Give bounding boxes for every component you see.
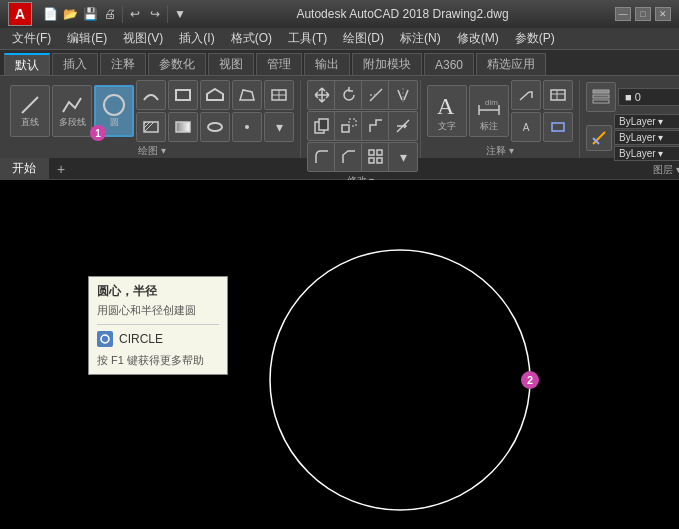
modify-more-button[interactable]: ▾ xyxy=(388,142,418,172)
titlebar: A 📄 📂 💾 🖨 ↩ ↪ ▼ Autodesk AutoCAD 2018 Dr… xyxy=(0,0,679,28)
svg-rect-19 xyxy=(349,119,356,126)
separator xyxy=(122,5,123,23)
close-button[interactable]: ✕ xyxy=(655,7,671,21)
menu-view[interactable]: 视图(V) xyxy=(115,28,171,49)
menu-draw[interactable]: 绘图(D) xyxy=(335,28,392,49)
arc-icon xyxy=(142,88,160,102)
extend-icon xyxy=(394,117,412,135)
copy-button[interactable] xyxy=(307,111,337,141)
undo-button[interactable]: ↩ xyxy=(125,4,145,24)
region-button[interactable] xyxy=(232,80,262,110)
layer-properties-button[interactable] xyxy=(586,82,616,112)
tab-apps[interactable]: 精选应用 xyxy=(476,53,546,75)
svg-marker-2 xyxy=(207,89,223,100)
tab-annotation[interactable]: 注释 xyxy=(100,53,146,75)
dimension-button[interactable]: dim 标注 xyxy=(469,85,509,137)
mirror-button[interactable] xyxy=(388,80,418,110)
copy-icon xyxy=(313,117,331,135)
tab-manage[interactable]: 管理 xyxy=(256,53,302,75)
group-layer: ■ 0 ❄ ▾ ByLayer ▾ ByLayer ▾ ByLayer ▾ 💡 … xyxy=(580,80,679,158)
new-button[interactable]: 📄 xyxy=(40,4,60,24)
menu-edit[interactable]: 编辑(E) xyxy=(59,28,115,49)
tab-parametric[interactable]: 参数化 xyxy=(148,53,206,75)
stretch-button[interactable] xyxy=(361,111,391,141)
hatch-icon xyxy=(142,120,160,134)
menu-tools[interactable]: 工具(T) xyxy=(280,28,335,49)
layer-row2: ByLayer ▾ ByLayer ▾ ByLayer ▾ 💡 ☰ xyxy=(586,114,679,161)
menu-params[interactable]: 参数(P) xyxy=(507,28,563,49)
menu-modify[interactable]: 修改(M) xyxy=(449,28,507,49)
tab-add-button[interactable]: + xyxy=(49,159,73,179)
lineweight-dropdown[interactable]: ByLayer ▾ xyxy=(614,146,679,161)
table-ann-button[interactable] xyxy=(543,80,573,110)
group-draw: 直线 多段线 圆 1 xyxy=(4,80,301,158)
arc-button[interactable] xyxy=(136,80,166,110)
tab-view[interactable]: 视图 xyxy=(208,53,254,75)
tab-start[interactable]: 开始 xyxy=(0,158,49,180)
layer-dropdown[interactable]: ■ 0 xyxy=(618,88,679,106)
polygon-icon xyxy=(206,88,224,102)
linetype-dropdown[interactable]: ByLayer ▾ xyxy=(614,130,679,145)
drawing-area[interactable]: 2 圆心，半径 用圆心和半径创建圆 CIRCLE 按 F1 键获得更多帮助 xyxy=(0,180,679,529)
extend-button[interactable] xyxy=(388,111,418,141)
tab-addons[interactable]: 附加模块 xyxy=(352,53,422,75)
open-button[interactable]: 📂 xyxy=(60,4,80,24)
menu-file[interactable]: 文件(F) xyxy=(4,28,59,49)
match-icon xyxy=(590,129,608,147)
rectangle-button[interactable] xyxy=(168,80,198,110)
dropdown-arrow[interactable]: ▼ xyxy=(170,4,190,24)
tab-output[interactable]: 输出 xyxy=(304,53,350,75)
svg-rect-22 xyxy=(369,150,374,155)
move-button[interactable] xyxy=(307,80,337,110)
maximize-button[interactable]: □ xyxy=(635,7,651,21)
text-button[interactable]: A 文字 xyxy=(427,85,467,137)
layer-name: ■ 0 xyxy=(625,91,641,103)
svg-rect-17 xyxy=(319,119,328,130)
polygon-button[interactable] xyxy=(200,80,230,110)
redo-button[interactable]: ↪ xyxy=(145,4,165,24)
draw-more-button[interactable]: ▾ xyxy=(264,112,294,142)
tab-a360[interactable]: A360 xyxy=(424,53,474,75)
svg-rect-38 xyxy=(593,100,609,103)
row1 xyxy=(136,80,230,110)
line-button[interactable]: 直线 xyxy=(10,85,50,137)
table-button[interactable] xyxy=(264,80,294,110)
polyline-button[interactable]: 多段线 xyxy=(52,85,92,137)
svg-text:dim: dim xyxy=(485,98,498,107)
badge-1: 1 xyxy=(90,125,106,141)
ellipse-button[interactable] xyxy=(200,112,230,142)
tooltip-description: 用圆心和半径创建圆 xyxy=(97,303,219,318)
color-dropdown[interactable]: ByLayer ▾ xyxy=(614,114,679,129)
array-button[interactable] xyxy=(361,142,391,172)
note-button[interactable]: A xyxy=(511,112,541,142)
point-button[interactable] xyxy=(232,112,262,142)
menu-format[interactable]: 格式(O) xyxy=(223,28,280,49)
gradient-button[interactable] xyxy=(168,112,198,142)
match-properties-button[interactable] xyxy=(586,125,612,151)
save-button[interactable]: 💾 xyxy=(80,4,100,24)
menu-insert[interactable]: 插入(I) xyxy=(171,28,222,49)
separator2 xyxy=(167,5,168,23)
tab-default[interactable]: 默认 xyxy=(4,53,50,75)
trim-button[interactable] xyxy=(361,80,391,110)
svg-line-31 xyxy=(520,92,529,100)
tab-insert[interactable]: 插入 xyxy=(52,53,98,75)
chamfer-button[interactable] xyxy=(334,142,364,172)
rotate-icon xyxy=(340,86,358,104)
rotate-button[interactable] xyxy=(334,80,364,110)
svg-rect-1 xyxy=(176,90,190,100)
circle-button[interactable]: 圆 1 xyxy=(94,85,134,137)
fillet-button[interactable] xyxy=(307,142,337,172)
layer-label: 图层 ▾ xyxy=(653,161,679,177)
fillet-icon xyxy=(313,148,331,166)
leader-button[interactable] xyxy=(511,80,541,110)
group-annotation: A 文字 dim 标注 xyxy=(421,80,580,158)
chamfer-icon xyxy=(340,148,358,166)
scale-button[interactable] xyxy=(334,111,364,141)
menu-dimension[interactable]: 标注(N) xyxy=(392,28,449,49)
move-icon xyxy=(313,86,331,104)
minimize-button[interactable]: — xyxy=(615,7,631,21)
print-button[interactable]: 🖨 xyxy=(100,4,120,24)
hatch-button[interactable] xyxy=(136,112,166,142)
block-button[interactable] xyxy=(543,112,573,142)
